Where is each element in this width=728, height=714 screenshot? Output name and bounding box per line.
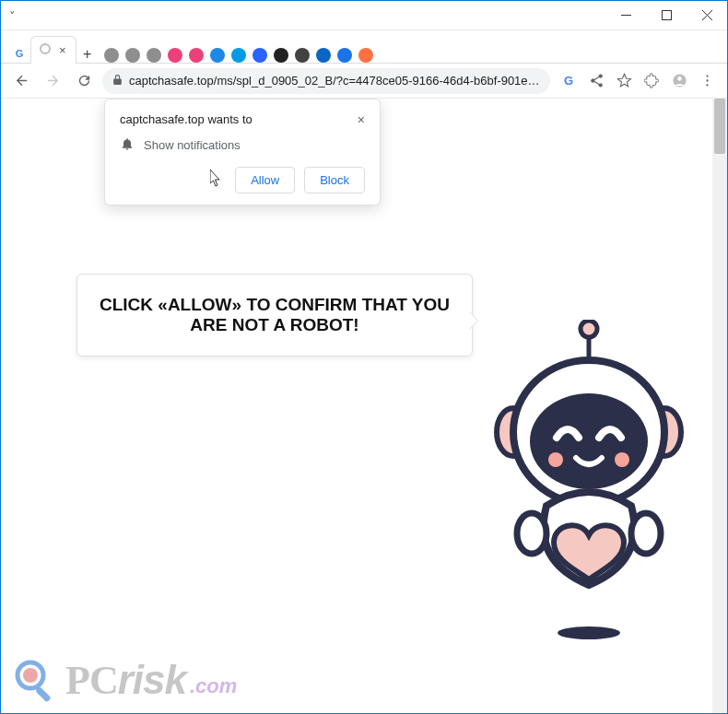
window-minimize-button[interactable]: [605, 1, 646, 29]
window-titlebar: ˅: [1, 1, 727, 30]
svg-rect-0: [662, 11, 671, 20]
svg-point-6: [706, 84, 708, 86]
o-pink-icon[interactable]: [168, 48, 182, 63]
share-icon[interactable]: [583, 68, 609, 94]
page-content: captchasafe.top wants to × Show notifica…: [1, 99, 727, 714]
speech-bubble: CLICK «ALLOW» TO CONFIRM THAT YOU ARE NO…: [76, 274, 473, 357]
address-bar[interactable]: captchasafe.top/ms/spl_d_0905_02_B/?c=44…: [102, 68, 550, 94]
profile-avatar[interactable]: [666, 68, 692, 94]
notification-permission-dialog: captchasafe.top wants to × Show notifica…: [104, 99, 381, 205]
svg-point-4: [706, 75, 708, 76]
forward-button[interactable]: [40, 68, 65, 94]
window-maximize-button[interactable]: [646, 1, 687, 29]
svg-point-12: [530, 393, 648, 489]
svg-rect-20: [35, 686, 52, 703]
block-button[interactable]: Block: [304, 167, 365, 193]
url-text: captchasafe.top/ms/spl_d_0905_02_B/?c=44…: [129, 74, 541, 88]
bubble-text: CLICK «ALLOW» TO CONFIRM THAT YOU ARE NO…: [100, 295, 450, 334]
watermark-domain: .com: [190, 674, 237, 698]
svg-point-19: [23, 668, 38, 683]
svg-point-16: [631, 513, 661, 554]
globe-icon[interactable]: [104, 48, 119, 63]
bell-icon: [120, 136, 135, 154]
star-icon[interactable]: [611, 68, 637, 94]
lock-icon: [112, 74, 123, 88]
globe-icon[interactable]: [147, 48, 161, 63]
tab-favicon-loading-icon: [39, 42, 52, 59]
watermark: PCrisk .com: [14, 657, 237, 704]
magnifier-icon: [14, 659, 58, 703]
google-search-icon[interactable]: G: [556, 68, 581, 94]
d-circle-icon[interactable]: [274, 48, 288, 63]
o-pink-icon[interactable]: [189, 48, 204, 63]
tab-strip: G × +: [1, 30, 727, 64]
tab-close-button[interactable]: ×: [57, 43, 68, 57]
svg-point-8: [581, 321, 597, 337]
orange-sq-icon[interactable]: [358, 48, 373, 63]
square-icon[interactable]: [295, 48, 310, 63]
tsk-icon[interactable]: [231, 48, 246, 63]
robot-illustration: [487, 320, 690, 651]
svg-point-15: [517, 513, 546, 554]
svg-point-1: [41, 44, 50, 53]
permission-request-label: Show notifications: [144, 138, 241, 152]
permission-close-button[interactable]: ×: [358, 112, 365, 127]
window-close-button[interactable]: [687, 1, 727, 29]
back-button[interactable]: [8, 68, 34, 94]
dot-blue-icon[interactable]: [210, 48, 225, 63]
kebab-menu-icon[interactable]: [694, 68, 720, 94]
scrollbar-thumb[interactable]: [714, 99, 725, 154]
vertical-scrollbar[interactable]: [712, 99, 727, 714]
svg-point-3: [677, 76, 682, 81]
active-tab[interactable]: ×: [30, 36, 76, 64]
globe-icon[interactable]: [125, 48, 140, 63]
browser-toolbar: captchasafe.top/ms/spl_d_0905_02_B/?c=44…: [1, 64, 727, 99]
permission-origin-text: captchasafe.top wants to: [120, 112, 252, 127]
linkedin-icon[interactable]: [316, 48, 331, 63]
svg-point-5: [706, 79, 708, 81]
svg-point-17: [558, 626, 620, 639]
v-shield-icon[interactable]: [252, 48, 267, 63]
reload-button[interactable]: [71, 68, 97, 94]
svg-point-14: [615, 452, 629, 467]
extensions-icon[interactable]: [639, 68, 664, 94]
grid-icon[interactable]: [337, 48, 352, 63]
new-tab-button[interactable]: +: [76, 46, 99, 63]
google-g-icon[interactable]: G: [10, 44, 29, 63]
allow-button[interactable]: Allow: [235, 167, 295, 193]
watermark-brand: PCrisk: [65, 657, 186, 704]
svg-point-13: [548, 452, 563, 467]
tab-overflow-chevron[interactable]: ˅: [1, 9, 23, 23]
